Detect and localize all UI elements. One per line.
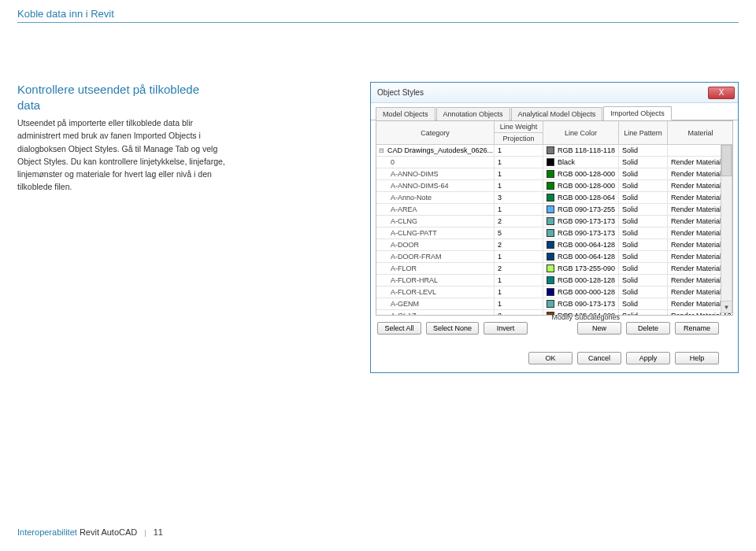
cell-category: A-GLAZ (376, 310, 495, 315)
color-swatch-icon (547, 276, 554, 284)
cell-linecolor[interactable]: RGB 000-000-128 (543, 287, 619, 298)
table-row[interactable]: A-CLNG2RGB 090-173-173SolidRender Materi… (376, 216, 732, 227)
cell-category: A-CLNG (376, 216, 495, 227)
cell-category: A-FLOR-LEVL (376, 287, 495, 298)
table-row[interactable]: A-FLOR-LEVL1RGB 000-000-128SolidRender M… (376, 287, 732, 298)
cell-category: A-DOOR-FRAM (376, 251, 495, 263)
grid-body[interactable]: ⊟CAD Drawings_Autodesk_0626...1RGB 118-1… (376, 145, 732, 315)
tab-annotation-objects[interactable]: Annotation Objects (436, 107, 510, 120)
cell-linecolor[interactable]: RGB 000-064-128 (543, 251, 619, 263)
cell-lineweight[interactable]: 2 (495, 310, 543, 315)
page-footer: Interoperabilitet Revit AutoCAD | 11 (17, 527, 163, 537)
cell-linepattern[interactable]: Solid (619, 310, 668, 315)
tab-analytical-model-objects[interactable]: Analytical Model Objects (511, 107, 603, 120)
invert-button[interactable]: Invert (484, 322, 528, 335)
cell-linecolor[interactable]: Black (543, 157, 619, 168)
cell-lineweight[interactable]: 1 (495, 298, 543, 310)
tree-collapse-icon[interactable]: ⊟ (379, 147, 384, 154)
cell-lineweight[interactable]: 1 (495, 275, 543, 287)
cell-lineweight[interactable]: 1 (495, 251, 543, 263)
table-row[interactable]: A-FLOR2RGB 173-255-090SolidRender Materi… (376, 263, 732, 275)
cell-lineweight[interactable]: 1 (495, 168, 543, 180)
cell-lineweight[interactable]: 1 (495, 180, 543, 192)
cell-linepattern[interactable]: Solid (619, 263, 668, 275)
document-page: Koble data inn i Revit Kontrollere utsee… (0, 0, 756, 551)
cell-lineweight[interactable]: 2 (495, 263, 543, 275)
select-none-button[interactable]: Select None (426, 322, 479, 335)
table-row[interactable]: A-Anno-Note3RGB 000-128-064SolidRender M… (376, 192, 732, 204)
table-row[interactable]: A-AREA1RGB 090-173-255SolidRender Materi… (376, 204, 732, 216)
table-row[interactable]: A-ANNO-DIMS1RGB 000-128-000SolidRender M… (376, 168, 732, 180)
body-paragraph: Utseendet på importerte eller tilkoblede… (17, 116, 230, 194)
table-row[interactable]: A-CLNG-PATT5RGB 090-173-173SolidRender M… (376, 227, 732, 239)
table-row[interactable]: A-DOOR2RGB 000-064-128SolidRender Materi… (376, 239, 732, 251)
apply-button[interactable]: Apply (626, 352, 670, 364)
cell-linepattern[interactable]: Solid (619, 251, 668, 263)
cell-linepattern[interactable]: Solid (619, 287, 668, 298)
cell-linepattern[interactable]: Solid (619, 227, 668, 239)
tab-model-objects[interactable]: Model Objects (376, 107, 435, 120)
cell-lineweight[interactable]: 2 (495, 216, 543, 227)
scroll-down-icon[interactable]: ▼ (721, 301, 732, 312)
cell-linepattern[interactable]: Solid (619, 298, 668, 310)
cell-category: A-ANNO-DIMS-64 (376, 180, 495, 192)
cell-linecolor[interactable]: RGB 118-118-118 (543, 145, 619, 157)
cell-linepattern[interactable]: Solid (619, 180, 668, 192)
cell-linecolor[interactable]: RGB 090-173-173 (543, 216, 619, 227)
close-button[interactable]: X (708, 87, 735, 99)
cell-lineweight[interactable]: 1 (495, 157, 543, 168)
new-button[interactable]: New (577, 322, 621, 335)
cell-linecolor[interactable]: RGB 000-128-128 (543, 275, 619, 287)
color-swatch-icon (547, 170, 554, 178)
cell-lineweight[interactable]: 1 (495, 204, 543, 216)
cell-linepattern[interactable]: Solid (619, 168, 668, 180)
tab-imported-objects[interactable]: Imported Objects (603, 106, 672, 120)
rename-button[interactable]: Rename (675, 322, 719, 335)
delete-button[interactable]: Delete (626, 322, 670, 335)
help-button[interactable]: Help (675, 352, 719, 364)
vertical-scrollbar[interactable]: ▲ ▼ (721, 144, 732, 313)
cell-lineweight[interactable]: 2 (495, 239, 543, 251)
select-all-button[interactable]: Select All (377, 322, 421, 335)
cell-category: A-Anno-Note (376, 192, 495, 204)
cell-lineweight[interactable]: 1 (495, 145, 543, 157)
cancel-button[interactable]: Cancel (577, 352, 621, 364)
table-row[interactable]: A-DOOR-FRAM1RGB 000-064-128SolidRender M… (376, 251, 732, 263)
table-row[interactable]: ⊟CAD Drawings_Autodesk_0626...1RGB 118-1… (376, 145, 732, 157)
ok-button[interactable]: OK (528, 352, 573, 364)
section-header: Koble data inn i Revit (17, 8, 114, 20)
cell-linepattern[interactable]: Solid (619, 204, 668, 216)
page-number: 11 (154, 527, 163, 537)
table-row[interactable]: A-FLOR-HRAL1RGB 000-128-128SolidRender M… (376, 275, 732, 287)
cell-linecolor[interactable]: RGB 000-128-000 (543, 180, 619, 192)
cell-linepattern[interactable]: Solid (619, 192, 668, 204)
cell-linecolor[interactable]: RGB 173-255-090 (543, 263, 619, 275)
cell-linecolor[interactable]: RGB 090-173-173 (543, 227, 619, 239)
cell-lineweight[interactable]: 3 (495, 192, 543, 204)
cell-linecolor[interactable]: RGB 000-128-064 (543, 192, 619, 204)
cell-lineweight[interactable]: 5 (495, 227, 543, 239)
cell-category: ⊟CAD Drawings_Autodesk_0626... (376, 145, 495, 157)
col-linecolor: Line Color (543, 121, 619, 144)
cell-linepattern[interactable]: Solid (619, 275, 668, 287)
color-swatch-icon (547, 182, 554, 190)
color-swatch-icon (547, 146, 554, 154)
cell-linecolor[interactable]: RGB 090-173-173 (543, 298, 619, 310)
table-row[interactable]: A-GENM1RGB 090-173-173SolidRender Materi… (376, 298, 732, 310)
cell-linecolor[interactable]: RGB 090-173-255 (543, 204, 619, 216)
cell-linepattern[interactable]: Solid (619, 145, 668, 157)
cell-linepattern[interactable]: Solid (619, 157, 668, 168)
table-row[interactable]: 01BlackSolidRender Material 25... (376, 157, 732, 168)
dialog-titlebar[interactable]: Object Styles X (371, 83, 738, 103)
scroll-thumb[interactable] (721, 145, 732, 176)
cell-category: A-CLNG-PATT (376, 227, 495, 239)
cell-linepattern[interactable]: Solid (619, 216, 668, 227)
cell-linecolor[interactable]: RGB 000-128-000 (543, 168, 619, 180)
col-linepattern: Line Pattern (619, 121, 668, 144)
cell-linecolor[interactable]: RGB 000-064-128 (543, 239, 619, 251)
cell-lineweight[interactable]: 1 (495, 287, 543, 298)
color-swatch-icon (547, 253, 554, 261)
table-row[interactable]: A-ANNO-DIMS-641RGB 000-128-000SolidRende… (376, 180, 732, 192)
cell-category: A-GENM (376, 298, 495, 310)
cell-linepattern[interactable]: Solid (619, 239, 668, 251)
